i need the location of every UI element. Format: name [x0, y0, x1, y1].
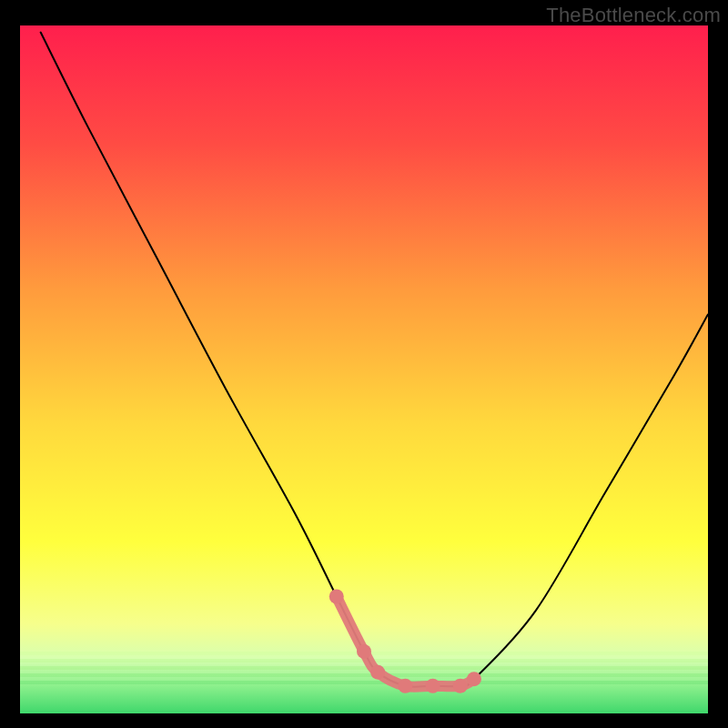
sweet-spot-dot — [467, 672, 481, 686]
svg-rect-2 — [20, 666, 708, 670]
sweet-spot-dot — [398, 679, 412, 693]
sweet-spot-dot — [357, 644, 371, 659]
plot-area — [20, 25, 708, 713]
sweet-spot-dot — [453, 679, 468, 693]
svg-rect-3 — [20, 673, 708, 677]
sweet-spot-dot — [370, 665, 385, 680]
watermark-text: TheBottleneck.com — [546, 4, 721, 27]
sweet-spot-dot — [426, 679, 440, 693]
chart-container: TheBottleneck.com — [0, 0, 728, 728]
bottleneck-chart — [20, 25, 708, 713]
gradient-background — [20, 25, 708, 713]
svg-rect-4 — [20, 681, 708, 684]
sweet-spot-dot — [329, 589, 344, 603]
